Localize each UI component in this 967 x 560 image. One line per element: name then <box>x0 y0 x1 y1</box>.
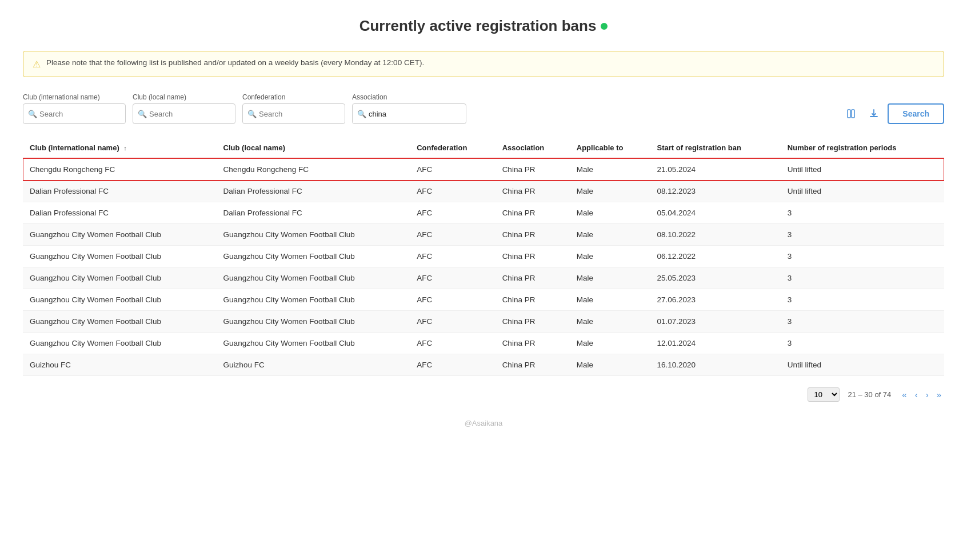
club-intl-label: Club (international name) <box>23 93 126 101</box>
filters-row: Club (international name) 🔍 Club (local … <box>23 93 944 124</box>
cell-club_local: Guangzhou City Women Football Club <box>217 246 410 267</box>
cell-num_periods: Until lifted <box>781 158 944 181</box>
cell-start_date: 05.04.2024 <box>650 202 781 224</box>
table-row: Guangzhou City Women Football ClubGuangz… <box>23 246 944 267</box>
filter-association: Association 🔍 <box>352 93 466 124</box>
cell-num_periods: 3 <box>781 224 944 246</box>
cell-club_intl: Dalian Professional FC <box>23 202 217 224</box>
cell-association: China PR <box>496 333 570 354</box>
page-title: Currently active registration bans <box>23 17 944 35</box>
cell-club_intl: Guizhou FC <box>23 354 217 376</box>
cell-confederation: AFC <box>410 158 495 181</box>
cell-club_intl: Guangzhou City Women Football Club <box>23 224 217 246</box>
col-confederation: Confederation <box>410 138 495 158</box>
association-input[interactable] <box>352 103 466 124</box>
cell-applicable_to: Male <box>570 267 650 289</box>
cell-applicable_to: Male <box>570 246 650 267</box>
filter-club-local: Club (local name) 🔍 <box>133 93 235 124</box>
cell-club_intl: Guangzhou City Women Football Club <box>23 246 217 267</box>
cell-club_local: Dalian Professional FC <box>217 181 410 202</box>
page-nav-buttons: « ‹ › » <box>899 389 944 401</box>
first-page-button[interactable]: « <box>899 389 909 401</box>
cell-confederation: AFC <box>410 333 495 354</box>
cell-club_intl: Guangzhou City Women Football Club <box>23 333 217 354</box>
club-intl-input[interactable] <box>23 103 126 124</box>
table-header-row: Club (international name) ↑ Club (local … <box>23 138 944 158</box>
notice-text: Please note that the following list is p… <box>46 58 424 67</box>
cell-club_local: Guangzhou City Women Football Club <box>217 333 410 354</box>
per-page-dropdown[interactable]: 102550100 <box>808 387 840 402</box>
cell-club_intl: Dalian Professional FC <box>23 181 217 202</box>
table-row: Guangzhou City Women Football ClubGuangz… <box>23 224 944 246</box>
cell-num_periods: 3 <box>781 289 944 311</box>
table-row: Guangzhou City Women Football ClubGuangz… <box>23 311 944 333</box>
confederation-input[interactable] <box>242 103 345 124</box>
status-dot <box>601 23 608 30</box>
table-row: Guizhou FCGuizhou FCAFCChina PRMale16.10… <box>23 354 944 376</box>
cell-confederation: AFC <box>410 202 495 224</box>
col-applicable-to: Applicable to <box>570 138 650 158</box>
club-local-input[interactable] <box>133 103 235 124</box>
cell-club_intl: Guangzhou City Women Football Club <box>23 311 217 333</box>
cell-association: China PR <box>496 267 570 289</box>
cell-club_local: Guangzhou City Women Football Club <box>217 267 410 289</box>
columns-toggle-button[interactable] <box>844 106 860 122</box>
sort-arrow-club-intl[interactable]: ↑ <box>123 145 127 151</box>
col-club-intl: Club (international name) ↑ <box>23 138 217 158</box>
search-icon-club-intl: 🔍 <box>28 110 37 118</box>
filters-actions: Search <box>844 103 944 124</box>
search-icon-association: 🔍 <box>357 110 366 118</box>
col-club-local: Club (local name) <box>217 138 410 158</box>
cell-applicable_to: Male <box>570 158 650 181</box>
cell-num_periods: 3 <box>781 333 944 354</box>
cell-applicable_to: Male <box>570 224 650 246</box>
table-wrap: Club (international name) ↑ Club (local … <box>23 138 944 376</box>
cell-num_periods: 3 <box>781 267 944 289</box>
cell-num_periods: 3 <box>781 311 944 333</box>
cell-confederation: AFC <box>410 289 495 311</box>
cell-club_local: Guizhou FC <box>217 354 410 376</box>
cell-applicable_to: Male <box>570 354 650 376</box>
download-button[interactable] <box>866 106 882 122</box>
cell-num_periods: Until lifted <box>781 181 944 202</box>
notice-box: ⚠ Please note that the following list is… <box>23 51 944 77</box>
svg-rect-1 <box>852 110 854 118</box>
cell-association: China PR <box>496 354 570 376</box>
cell-club_local: Guangzhou City Women Football Club <box>217 289 410 311</box>
cell-confederation: AFC <box>410 354 495 376</box>
search-icon-confederation: 🔍 <box>247 110 257 118</box>
cell-confederation: AFC <box>410 246 495 267</box>
pagination-row: 102550100 21 – 30 of 74 « ‹ › » <box>23 387 944 402</box>
col-association: Association <box>496 138 570 158</box>
table-row: Dalian Professional FCDalian Professiona… <box>23 202 944 224</box>
club-local-label: Club (local name) <box>133 93 235 101</box>
cell-association: China PR <box>496 311 570 333</box>
table-row: Guangzhou City Women Football ClubGuangz… <box>23 333 944 354</box>
cell-num_periods: 3 <box>781 202 944 224</box>
last-page-button[interactable]: » <box>934 389 944 401</box>
warning-icon: ⚠ <box>33 59 41 70</box>
col-start-date: Start of registration ban <box>650 138 781 158</box>
next-page-button[interactable]: › <box>923 389 932 401</box>
confederation-label: Confederation <box>242 93 345 101</box>
cell-club_local: Guangzhou City Women Football Club <box>217 311 410 333</box>
cell-association: China PR <box>496 224 570 246</box>
cell-club_intl: Chengdu Rongcheng FC <box>23 158 217 181</box>
per-page-select: 102550100 <box>808 387 840 402</box>
cell-club_intl: Guangzhou City Women Football Club <box>23 267 217 289</box>
cell-association: China PR <box>496 158 570 181</box>
cell-applicable_to: Male <box>570 333 650 354</box>
search-button[interactable]: Search <box>888 103 944 124</box>
cell-num_periods: Until lifted <box>781 354 944 376</box>
cell-confederation: AFC <box>410 224 495 246</box>
prev-page-button[interactable]: ‹ <box>912 389 921 401</box>
registrations-table: Club (international name) ↑ Club (local … <box>23 138 944 376</box>
table-row: Guangzhou City Women Football ClubGuangz… <box>23 289 944 311</box>
cell-applicable_to: Male <box>570 289 650 311</box>
cell-applicable_to: Male <box>570 181 650 202</box>
table-row: Chengdu Rongcheng FCChengdu Rongcheng FC… <box>23 158 944 181</box>
cell-start_date: 27.06.2023 <box>650 289 781 311</box>
cell-start_date: 06.12.2022 <box>650 246 781 267</box>
watermark: @Asaikana <box>23 419 944 427</box>
filter-confederation: Confederation 🔍 <box>242 93 345 124</box>
